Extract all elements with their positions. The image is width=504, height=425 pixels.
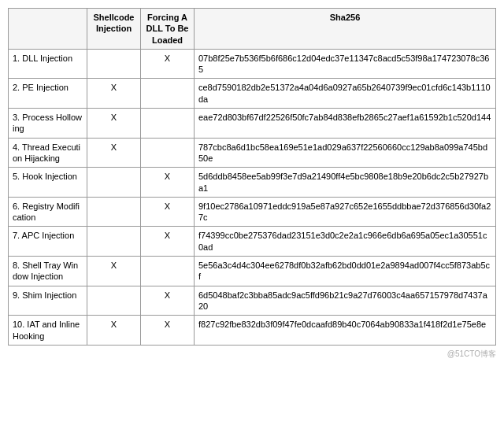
cell-shellcode-0 (87, 49, 141, 79)
table-row: 6. Registry ModificationX9f10ec2786a1097… (9, 197, 496, 227)
cell-sha256-2: eae72d803bf67df22526f50fc7ab84d838efb286… (195, 109, 496, 139)
cell-forcing-6: X (141, 227, 195, 257)
cell-name-3: 4. Thread Execution Hijacking (9, 138, 87, 168)
injection-table: Shellcode Injection Forcing A DLL To Be … (8, 8, 496, 346)
cell-sha256-1: ce8d7590182db2e51372a4a04d6a0927a65b2640… (195, 79, 496, 109)
cell-name-2: 3. Process Hollowing (9, 109, 87, 139)
cell-forcing-9: X (141, 316, 195, 346)
cell-shellcode-2: X (87, 109, 141, 139)
cell-sha256-0: 07b8f25e7b536f5b6f686c12d04edc37e11347c8… (195, 49, 496, 79)
cell-name-7: 8. Shell Tray Window Injection (9, 257, 87, 286)
cell-shellcode-1: X (87, 79, 141, 109)
cell-forcing-2 (141, 109, 195, 139)
cell-sha256-5: 9f10ec2786a10971eddc919a5e87a927c652e165… (195, 197, 496, 227)
header-name (9, 9, 87, 50)
header-forcing: Forcing A DLL To Be Loaded (141, 9, 195, 50)
cell-sha256-6: f74399cc0be275376dad23151e3d0c2e2a1c966e… (195, 227, 496, 257)
table-row: 2. PE InjectionXce8d7590182db2e51372a4a0… (9, 79, 496, 109)
cell-forcing-5: X (141, 197, 195, 227)
table-row: 1. DLL InjectionX07b8f25e7b536f5b6f686c1… (9, 49, 496, 79)
cell-name-0: 1. DLL Injection (9, 49, 87, 79)
cell-name-4: 5. Hook Injection (9, 168, 87, 198)
cell-sha256-3: 787cbc8a6d1bc58ea169e51e1ad029a637f22560… (195, 138, 496, 168)
table-row: 4. Thread Execution HijackingX787cbc8a6d… (9, 138, 496, 168)
cell-sha256-8: 6d5048baf2c3bba85adc9ac5ffd96b21c9a27d76… (195, 286, 496, 316)
cell-forcing-3 (141, 138, 195, 168)
cell-sha256-4: 5d6ddb8458ee5ab99f3e7d9a21490ff4e5bc9808… (195, 168, 496, 198)
cell-forcing-8: X (141, 286, 195, 316)
table-row: 5. Hook InjectionX5d6ddb8458ee5ab99f3e7d… (9, 168, 496, 198)
header-shellcode: Shellcode Injection (87, 9, 141, 50)
cell-shellcode-4 (87, 168, 141, 198)
cell-shellcode-7: X (87, 257, 141, 286)
table-row: 8. Shell Tray Window InjectionX5e56a3c4d… (9, 257, 496, 286)
cell-shellcode-8 (87, 286, 141, 316)
cell-shellcode-6 (87, 227, 141, 257)
cell-name-5: 6. Registry Modification (9, 197, 87, 227)
table-row: 10. IAT and Inline HookingXXf827c92fbe83… (9, 316, 496, 346)
cell-sha256-9: f827c92fbe832db3f09f47fe0dcaafd89b40c706… (195, 316, 496, 346)
cell-shellcode-3: X (87, 138, 141, 168)
cell-name-9: 10. IAT and Inline Hooking (9, 316, 87, 346)
table-row: 3. Process HollowingXeae72d803bf67df2252… (9, 109, 496, 139)
cell-forcing-1 (141, 79, 195, 109)
cell-name-8: 9. Shim Injection (9, 286, 87, 316)
header-sha256: Sha256 (195, 9, 496, 50)
cell-name-6: 7. APC Injection (9, 227, 87, 257)
cell-forcing-0: X (141, 49, 195, 79)
cell-forcing-7 (141, 257, 195, 286)
table-row: 9. Shim InjectionX6d5048baf2c3bba85adc9a… (9, 286, 496, 316)
cell-shellcode-5 (87, 197, 141, 227)
cell-forcing-4: X (141, 168, 195, 198)
cell-shellcode-9: X (87, 316, 141, 346)
cell-sha256-7: 5e56a3c4d4c304ee6278df0b32afb62bd0dd01e2… (195, 257, 496, 286)
table-row: 7. APC InjectionXf74399cc0be275376dad231… (9, 227, 496, 257)
watermark: @51CTO博客 (8, 349, 496, 360)
cell-name-1: 2. PE Injection (9, 79, 87, 109)
